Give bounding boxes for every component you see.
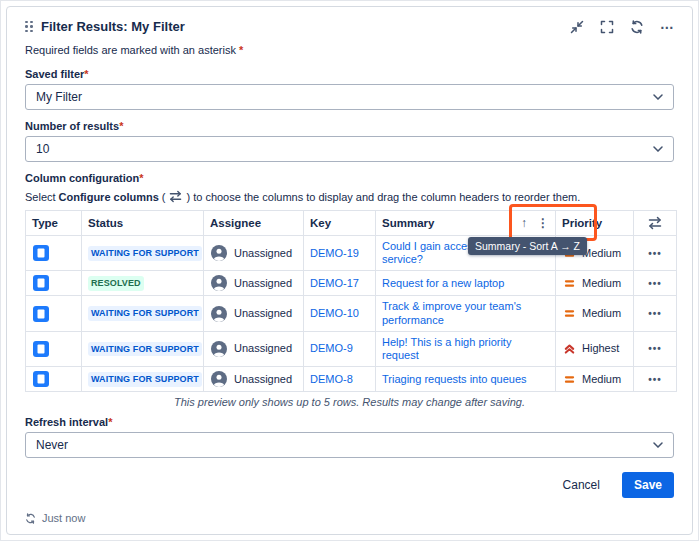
status-badge: WAITING FOR SUPPORT	[88, 372, 202, 387]
issue-summary-link[interactable]: Triaging requests into queues	[382, 373, 549, 386]
column-configuration-help: Select Configure columns ( ) to choose t…	[25, 190, 674, 203]
issue-summary-link[interactable]: Track & improve your team's performance	[382, 300, 549, 326]
column-header-assignee[interactable]: Assignee	[204, 211, 304, 236]
avatar	[211, 371, 227, 387]
panel-header: Filter Results: My Filter ⋯	[25, 19, 674, 34]
row-more-button[interactable]: •••	[648, 248, 662, 259]
column-kebab-menu-icon[interactable]: ⋮	[537, 216, 549, 230]
summary-header-label: Summary	[382, 217, 434, 229]
status-badge: WAITING FOR SUPPORT	[88, 342, 202, 357]
saved-filter-select[interactable]: My Filter	[25, 84, 674, 110]
required-fields-note: Required fields are marked with an aster…	[25, 44, 674, 56]
status-badge: WAITING FOR SUPPORT	[88, 246, 202, 261]
sort-tooltip: Summary - Sort A → Z	[468, 237, 587, 255]
row-more-button[interactable]: •••	[648, 374, 662, 385]
table-row: WAITING FOR SUPPORT Unassigned DEMO-9 He…	[26, 331, 677, 366]
assignee-name: Unassigned	[234, 307, 292, 320]
number-of-results-label: Number of results*	[25, 120, 674, 132]
configure-columns-icon	[648, 216, 662, 230]
expand-icon[interactable]	[600, 20, 614, 34]
issue-key-link[interactable]: DEMO-19	[310, 247, 359, 259]
row-more-button[interactable]: •••	[648, 343, 662, 354]
priority-label: Medium	[582, 307, 621, 320]
number-of-results-select[interactable]: 10	[25, 136, 674, 162]
priority-medium-icon	[563, 373, 576, 386]
priority-label: Medium	[582, 277, 621, 290]
priority-medium-icon	[563, 307, 576, 320]
drag-handle-icon[interactable]	[25, 21, 33, 33]
table-row: RESOLVED Unassigned DEMO-17 Request for …	[26, 271, 677, 296]
status-bar: Just now	[25, 512, 674, 524]
refresh-interval-value: Never	[36, 438, 68, 452]
refresh-icon[interactable]	[25, 513, 36, 524]
form-actions: Cancel Save	[25, 472, 674, 498]
column-header-type[interactable]: Type	[26, 211, 82, 236]
avatar	[211, 306, 227, 322]
request-type-icon	[33, 275, 49, 291]
gadget-page: Filter Results: My Filter ⋯ Required fie…	[0, 0, 699, 541]
chevron-down-icon	[653, 146, 663, 152]
assignee-name: Unassigned	[234, 373, 292, 386]
column-header-summary[interactable]: Summary ↑ ⋮	[376, 211, 556, 236]
request-type-icon	[33, 306, 49, 322]
panel-title: Filter Results: My Filter	[41, 19, 185, 34]
issue-summary-link[interactable]: Help! This is a high priority request	[382, 336, 549, 362]
avatar	[211, 341, 227, 357]
priority-highest-icon	[563, 342, 576, 355]
required-fields-text: Required fields are marked with an aster…	[25, 44, 236, 56]
column-configuration-label: Column configuration*	[25, 172, 674, 184]
column-header-priority[interactable]: Priority	[556, 211, 634, 236]
status-badge: WAITING FOR SUPPORT	[88, 306, 202, 321]
number-of-results-value: 10	[36, 142, 49, 156]
assignee-name: Unassigned	[234, 277, 292, 290]
refresh-icon[interactable]	[630, 20, 644, 34]
request-type-icon	[33, 341, 49, 357]
issue-key-link[interactable]: DEMO-17	[310, 277, 359, 289]
issue-key-link[interactable]: DEMO-8	[310, 373, 353, 385]
priority-label: Medium	[582, 373, 621, 386]
status-badge: RESOLVED	[88, 276, 144, 291]
assignee-name: Unassigned	[234, 247, 292, 260]
chevron-down-icon	[653, 442, 663, 448]
avatar	[211, 275, 227, 291]
priority-label: Medium	[582, 247, 621, 260]
filter-results-panel: Filter Results: My Filter ⋯ Required fie…	[6, 6, 693, 535]
refresh-interval-select[interactable]: Never	[25, 432, 674, 458]
assignee-name: Unassigned	[234, 342, 292, 355]
issue-key-link[interactable]: DEMO-9	[310, 342, 353, 354]
preview-note: This preview only shows up to 5 rows. Re…	[25, 396, 674, 408]
collapse-icon[interactable]	[570, 20, 584, 34]
table-row: WAITING FOR SUPPORT Unassigned DEMO-8 Tr…	[26, 367, 677, 392]
priority-label: Highest	[582, 342, 619, 355]
issue-summary-link[interactable]: Request for a new laptop	[382, 277, 549, 290]
saved-filter-label: Saved filter*	[25, 68, 674, 80]
priority-medium-icon	[563, 277, 576, 290]
table-row: WAITING FOR SUPPORT Unassigned DEMO-10 T…	[26, 296, 677, 331]
configure-columns-button[interactable]	[634, 211, 677, 236]
sort-ascending-icon[interactable]: ↑	[521, 216, 527, 230]
row-more-button[interactable]: •••	[648, 278, 662, 289]
request-type-icon	[33, 371, 49, 387]
chevron-down-icon	[653, 94, 663, 100]
more-menu-icon[interactable]: ⋯	[660, 22, 674, 32]
results-table-wrap: Type Status Assignee Key Summary ↑ ⋮	[25, 210, 674, 392]
column-header-status[interactable]: Status	[82, 211, 204, 236]
column-header-key[interactable]: Key	[304, 211, 376, 236]
cancel-button[interactable]: Cancel	[551, 472, 612, 498]
issue-key-link[interactable]: DEMO-10	[310, 307, 359, 319]
saved-filter-value: My Filter	[36, 90, 82, 104]
refresh-interval-label: Refresh interval*	[25, 416, 674, 428]
configure-columns-icon	[169, 190, 182, 203]
save-button[interactable]: Save	[622, 472, 674, 498]
avatar	[211, 245, 227, 261]
request-type-icon	[33, 245, 49, 261]
required-asterisk: *	[239, 44, 243, 56]
last-refreshed-text: Just now	[42, 512, 85, 524]
row-more-button[interactable]: •••	[648, 308, 662, 319]
